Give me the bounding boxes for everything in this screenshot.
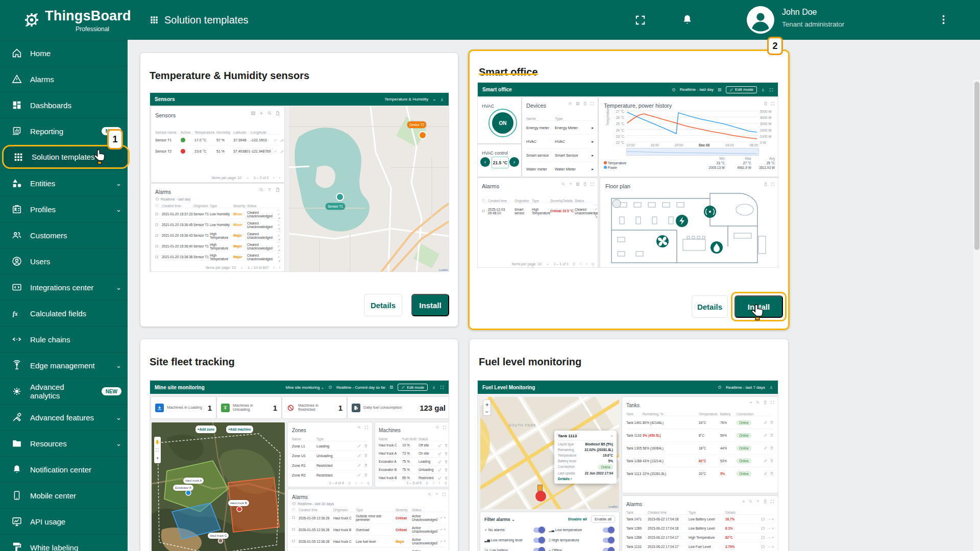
edit-icon[interactable] [764,471,768,475]
page-scrollbar[interactable] [973,80,980,551]
page-next[interactable]: › [279,266,280,269]
fullscreen-icon[interactable] [770,499,774,504]
settings-icon[interactable] [742,499,746,504]
edit-icon[interactable] [438,460,442,464]
export-icon[interactable] [764,102,768,106]
zone-row[interactable]: Zone L1Loading [292,441,368,450]
page-next[interactable]: › [586,262,587,266]
page-next[interactable]: › [439,481,440,485]
toggle-no-alarms[interactable] [533,528,545,533]
fan-device-icon[interactable] [656,235,669,247]
map-attribution[interactable]: Leaflet [439,268,448,271]
machine-marker-haul-truck-b[interactable] [237,507,242,512]
increase-temperature-button[interactable]: › [509,157,519,167]
alarm-row[interactable]: ☐2021-01-20 15:37:23Sensor T1 Low Humidi… [155,208,280,218]
details-arrow-icon[interactable]: ▸ [585,139,594,144]
alarm-row[interactable]: ☐2025-12-03 09:48:10Smart sensor High Te… [482,203,594,219]
alarm-row[interactable]: Tank 12892023-06-22 17:04:18 Low Battery… [626,523,774,533]
sidebar-item-customers[interactable]: Customers [0,222,128,248]
fullscreen-icon[interactable] [590,102,594,106]
close-icon[interactable]: × [610,434,613,438]
tank-row[interactable]: Tank 130556% (16084L) 18°C44% Online [626,441,774,454]
toggle-low-battery[interactable] [533,548,545,551]
row-checkbox[interactable]: ☐ [292,516,299,520]
fullscreen-icon[interactable] [440,385,444,389]
download-icon[interactable] [432,385,436,389]
toggle-low-remaining[interactable] [533,538,545,543]
page-first[interactable]: |‹ [426,481,428,485]
edit-icon[interactable] [438,443,442,447]
tank-row[interactable]: Tank 11333% (450.5L) 8°C59% Online [626,429,774,441]
alarm-row[interactable]: ☐2026-01-05 12:36:28Haul truck B Overloa… [292,523,446,535]
machine-marker-haul-truck-c[interactable] [218,539,223,543]
page-last[interactable]: ›| [367,481,369,485]
page-prev[interactable]: ‹ [355,481,356,485]
details-arrow-icon[interactable]: ▸ [585,126,594,130]
machine-row[interactable]: Excavator A75 %Loading [379,457,446,465]
alarm-row[interactable]: Tank 11332023-06-22 17:04:17 Low Fuel Le… [626,542,774,551]
table-row[interactable]: Sensor T1 17.0 °C57 % 37.3948-122.1503 [155,134,280,145]
page-last[interactable]: ›| [445,481,447,485]
notifications-bell-icon[interactable] [681,13,694,26]
zone-row[interactable]: Zone R1Restricted [292,460,368,470]
sidebar-item-edge-management[interactable]: Edge management ⌄ [0,352,128,378]
page-first[interactable]: |‹ [573,262,575,266]
edit-icon[interactable] [280,138,284,142]
fullscreen-icon[interactable] [769,88,773,92]
edit-icon[interactable] [438,468,442,472]
download-icon[interactable] [761,88,765,92]
edit-icon[interactable] [357,473,361,477]
download-icon[interactable] [769,385,773,389]
comment-icon[interactable] [761,545,765,549]
export-icon[interactable] [763,400,767,405]
export-icon[interactable] [764,182,768,186]
fullscreen-icon[interactable] [443,425,447,430]
edit-icon[interactable] [280,149,284,154]
sidebar-item-advanced-analytics[interactable]: Advanced analytics NEW [0,378,128,404]
map-label-device-t2[interactable]: Device T2 [407,121,426,128]
signal-device-icon[interactable] [704,206,716,218]
energy-device-icon[interactable] [676,215,688,227]
timewindow-label[interactable]: Realtime - Current day so far [336,385,385,390]
comment-icon[interactable] [761,517,765,521]
delete-icon[interactable] [770,433,774,437]
edit-icon[interactable] [764,420,768,424]
edit-icon[interactable] [438,476,442,480]
map-attribution[interactable]: Leaflet [608,505,618,508]
install-button[interactable]: Install [411,294,449,316]
fuel-map[interactable]: ＋− SOUTH PARK Leaflet Tank 1113 × Liquid… [480,397,619,509]
scrollbar-thumb[interactable] [974,82,979,250]
device-row[interactable]: Water meterWater Meter ▸ [526,162,594,176]
tank-row[interactable]: Tank 111322% (20281.8L) 20°C5% Online [626,467,774,480]
add-machine-button[interactable]: + Add machine [226,425,253,433]
delete-icon[interactable] [770,471,774,475]
alarm-row[interactable]: ☐2021-01-20 15:36:38Sensor T1 High Tempe… [155,251,280,261]
filter-icon[interactable] [435,492,439,496]
legend-item[interactable]: Temperature [604,161,698,165]
machine-label[interactable]: Excavator A [173,485,193,491]
water-device-icon[interactable] [710,241,723,254]
fleet-map[interactable]: + Add zone + Add machine ✋⬚＋ Haul truck … [152,422,285,551]
machine-label[interactable]: Haul truck B [228,500,249,506]
timeseries-icon[interactable] [274,138,278,142]
toggle-high-temperature[interactable] [603,538,614,543]
delete-icon[interactable] [770,446,774,450]
columns-icon[interactable] [576,182,580,186]
machine-label[interactable]: Haul truck A [183,478,204,484]
export-icon[interactable] [583,182,587,186]
edit-icon[interactable] [764,446,768,450]
fullscreen-icon[interactable] [590,182,594,186]
tank-row[interactable]: Tank 128843% (13214L) 82°C53% Online [626,454,774,467]
toggle-offline[interactable] [603,548,614,551]
dashboard-select[interactable]: Temperature & Humidity [384,97,428,102]
sidebar-item-dashboards[interactable]: Dashboards [0,92,128,118]
alarm-row[interactable]: ☐2021-01-20 15:36:45Sensor T1 Low Humidi… [155,218,280,229]
delete-icon[interactable] [364,454,368,458]
filter-alarms-title[interactable]: Filter alarms ⌄ [484,517,515,522]
details-arrow-icon[interactable]: ▸ [585,153,594,158]
fullscreen-icon[interactable] [771,102,775,106]
alarm-row[interactable]: ☐2026-01-05 12:36:28Excavator B Speed li… [292,547,446,551]
delete-icon[interactable] [364,463,368,467]
edit-mode-button[interactable]: Edit mode [398,384,428,391]
row-checkbox[interactable]: ☐ [482,209,488,213]
